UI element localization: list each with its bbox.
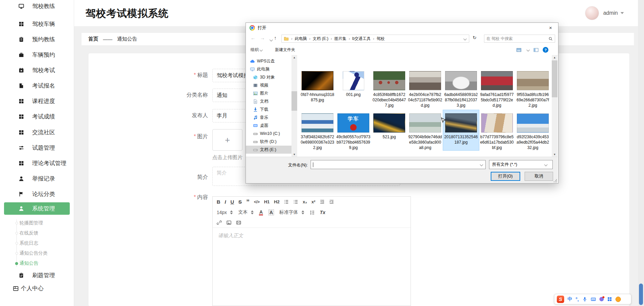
chevron-down-icon[interactable] bbox=[527, 48, 530, 52]
font-color-button[interactable]: A bbox=[259, 210, 263, 215]
open-button[interactable]: 打开(O) bbox=[491, 172, 520, 181]
microphone-icon[interactable] bbox=[582, 297, 587, 302]
nav-drive-d[interactable]: 软件 (D:) bbox=[246, 138, 291, 146]
sidebar-item-exam[interactable]: 驾校考试 bbox=[0, 63, 74, 77]
nav-this-pc[interactable]: 此电脑 bbox=[246, 65, 291, 73]
unordered-list-button[interactable] bbox=[293, 199, 298, 204]
editor-content-area[interactable]: 请输入正文 bbox=[213, 228, 411, 306]
address-segment[interactable]: 此电脑 bbox=[294, 36, 308, 42]
file-item[interactable]: 0fd7-hhnunsq3318875.jpg bbox=[300, 68, 335, 108]
strike-button[interactable]: S bbox=[238, 199, 242, 205]
file-item[interactable]: 4e2b004ce787fb204c571187fe5b902d.jpg bbox=[407, 68, 443, 108]
scroll-up-arrow[interactable]: ▲ bbox=[552, 55, 557, 60]
history-dropdown[interactable] bbox=[269, 36, 272, 42]
outdent-button[interactable] bbox=[320, 199, 325, 204]
keyboard-icon[interactable] bbox=[591, 297, 596, 302]
sogou-logo[interactable]: S bbox=[557, 296, 564, 303]
italic-button[interactable]: I bbox=[225, 199, 226, 205]
nav-wps-cloud[interactable]: WPS云盘 bbox=[246, 57, 291, 65]
pane-scrollbar-thumb[interactable] bbox=[291, 91, 297, 111]
sidebar-item-report-record[interactable]: 举报记录 bbox=[0, 172, 74, 185]
nav-documents[interactable]: 文档 bbox=[246, 97, 291, 105]
address-segment[interactable]: b交通工具 bbox=[351, 36, 372, 42]
address-bar[interactable]: › 此电脑 › 文档 (E:) › 图片集 › b交通工具 › 驾校 bbox=[281, 35, 469, 43]
nav-pictures[interactable]: 图片 bbox=[246, 89, 291, 97]
emoji-icon[interactable] bbox=[615, 297, 621, 302]
font-family-select[interactable]: 标准字体 bbox=[279, 209, 304, 215]
thumbnail-view-icon[interactable] bbox=[516, 47, 522, 53]
file-item[interactable]: b77d7739796c8e5e6d61a17bdab530bf.jpg bbox=[479, 110, 515, 150]
grid-scrollbar-thumb[interactable] bbox=[552, 60, 557, 97]
bg-color-button[interactable]: A bbox=[268, 209, 274, 215]
indent-button[interactable] bbox=[329, 199, 334, 204]
image-upload-button[interactable]: + bbox=[212, 129, 243, 151]
scroll-down-arrow[interactable]: ▼ bbox=[552, 152, 557, 157]
sidebar-item-profile[interactable]: 个人中心 bbox=[13, 285, 44, 292]
nav-music[interactable]: 音乐 bbox=[246, 113, 291, 121]
line-height-button[interactable] bbox=[310, 210, 315, 215]
new-folder-button[interactable]: 新建文件夹 bbox=[275, 47, 295, 53]
ime-mode-chinese[interactable]: 中 bbox=[568, 296, 572, 302]
submenu-item-notice-category[interactable]: 通知公告分类 bbox=[16, 248, 70, 258]
underline-button[interactable]: U bbox=[230, 199, 234, 205]
up-button[interactable]: ↑ bbox=[274, 35, 277, 41]
ime-skin-icon[interactable] bbox=[599, 297, 604, 301]
address-segment[interactable]: 文档 (E:) bbox=[312, 36, 329, 42]
insert-image-button[interactable] bbox=[226, 220, 231, 225]
help-button[interactable]: ? bbox=[543, 47, 548, 53]
file-item[interactable]: 9afad761ad1f59775bdc0d51779f22ed.jpg bbox=[479, 68, 515, 108]
h2-button[interactable]: H2 bbox=[274, 199, 280, 204]
sidebar-item-system-mgmt-active[interactable]: 系统管理 bbox=[4, 202, 70, 215]
submenu-item-syslog[interactable]: 系统日志 bbox=[16, 238, 70, 248]
sidebar-item-question-mgmt[interactable]: 试题管理 bbox=[0, 141, 74, 154]
organize-button[interactable]: 组织 bbox=[251, 47, 262, 53]
preview-pane-icon[interactable] bbox=[533, 47, 539, 53]
dialog-title-bar[interactable]: 打开 × bbox=[246, 23, 558, 33]
sidebar-item-vehicle[interactable]: 驾校车辆 bbox=[0, 17, 74, 31]
file-item[interactable]: 37df3482482fc6720e698000367e3232.jpg bbox=[300, 110, 335, 150]
submenu-item-carousel[interactable]: 轮播图管理 bbox=[16, 218, 70, 228]
page-scrollbar[interactable] bbox=[638, 0, 644, 306]
sidebar-item-exam-score[interactable]: 考试成绩 bbox=[0, 110, 74, 123]
submenu-item-notice-active[interactable]: 通知公告 bbox=[16, 258, 70, 268]
sidebar-item-exam-signup[interactable]: 考试报名 bbox=[0, 79, 74, 92]
address-segment[interactable]: 图片集 bbox=[333, 36, 347, 42]
address-segment[interactable]: 驾校 bbox=[376, 36, 386, 42]
ime-punctuation[interactable]: °, bbox=[576, 297, 579, 302]
file-item[interactable]: 9f553ad8fccfb19669e266d87300a7f2.jpg bbox=[515, 68, 551, 108]
file-item-selected[interactable]: 201807131352546187.jpg bbox=[443, 110, 479, 150]
ime-toolbox-icon[interactable] bbox=[607, 297, 612, 302]
sidebar-item-book-coach[interactable]: 预约教练 bbox=[0, 33, 74, 46]
forward-button[interactable]: → bbox=[260, 35, 265, 41]
submenu-item-feedback[interactable]: 在线反馈 bbox=[16, 228, 70, 238]
scroll-down-arrow[interactable]: ▼ bbox=[291, 152, 297, 157]
close-button[interactable]: × bbox=[543, 23, 558, 33]
nav-videos[interactable]: 视频 bbox=[246, 81, 291, 89]
address-dropdown-icon[interactable] bbox=[464, 37, 467, 41]
bold-button[interactable]: B bbox=[217, 199, 220, 205]
sidebar-item-coach[interactable]: 驾校教练 bbox=[0, 0, 74, 13]
nav-drive-e-selected[interactable]: 文档 (E:) bbox=[246, 146, 291, 154]
file-item[interactable]: d92f238c439c453a9edb2f05a44db232.jpg bbox=[515, 110, 551, 150]
avatar[interactable] bbox=[585, 6, 599, 20]
search-icon[interactable] bbox=[548, 37, 553, 41]
user-menu[interactable]: admin bbox=[585, 6, 624, 20]
file-item[interactable]: 6adbd44588091b287fb08d1ff4120373.jpg bbox=[443, 68, 479, 108]
nav-drive-c[interactable]: Win10 (C:) bbox=[246, 130, 291, 138]
breadcrumb-home[interactable]: 首页 bbox=[88, 36, 98, 42]
h1-button[interactable]: H1 bbox=[264, 199, 270, 204]
back-button[interactable]: ← bbox=[251, 35, 256, 41]
ordered-list-button[interactable] bbox=[284, 199, 289, 204]
file-item[interactable]: 521.jpg bbox=[371, 110, 407, 150]
clear-format-button[interactable]: Tx bbox=[320, 210, 325, 215]
nav-downloads[interactable]: 下载 bbox=[246, 105, 291, 113]
file-item[interactable]: 001.png bbox=[335, 68, 371, 108]
font-size-select[interactable]: 14px bbox=[217, 210, 233, 215]
file-item[interactable]: 927904b9de746dde58c3860afac800a8.png bbox=[407, 110, 443, 150]
quote-button[interactable]: ” bbox=[246, 200, 250, 204]
sidebar-item-theory-exam-mgmt[interactable]: 理论考试管理 bbox=[0, 156, 74, 170]
sidebar-item-community[interactable]: 交流社区 bbox=[0, 125, 74, 139]
insert-video-button[interactable] bbox=[236, 220, 241, 225]
nav-desktop[interactable]: 桌面 bbox=[246, 121, 291, 130]
filetype-select[interactable]: 所有文件 (*.*) bbox=[489, 160, 553, 169]
